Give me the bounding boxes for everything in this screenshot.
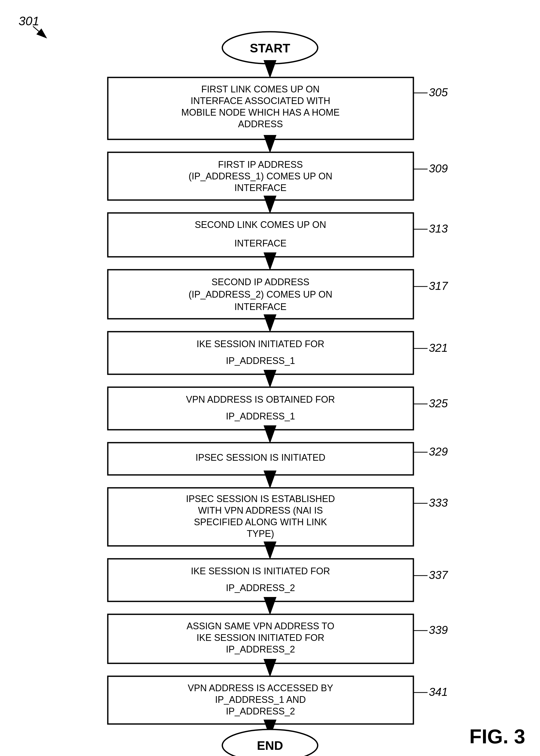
full-diagram: 301 START FIRST LINK COMES UP ON INTERFA… [0, 0, 540, 756]
text-325-1: VPN ADDRESS IS OBTAINED FOR [186, 394, 335, 405]
text-329-1: IPSEC SESSION IS INITIATED [196, 452, 325, 463]
rect-321 [108, 332, 413, 374]
text-341-2: IP_ADDRESS_1 AND [215, 694, 306, 705]
ref-305: 305 [429, 86, 448, 98]
text-341-3: IP_ADDRESS_2 [226, 706, 295, 716]
text-321-1: IKE SESSION INITIATED FOR [197, 339, 324, 349]
ref-317: 317 [429, 280, 448, 292]
label-301: 301 [19, 14, 39, 28]
text-333-2: WITH VPN ADDRESS (NAI IS [198, 505, 323, 516]
text-333-4: TYPE) [247, 528, 274, 539]
text-305-3: MOBILE NODE WHICH HAS A HOME [181, 107, 339, 118]
ref-309: 309 [429, 162, 448, 175]
text-305-2: INTERFACE ASSOCIATED WITH [191, 95, 330, 106]
text-341-1: VPN ADDRESS IS ACCESSED BY [188, 683, 333, 693]
text-313-1: SECOND LINK COMES UP ON [195, 219, 326, 230]
ref-341: 341 [429, 685, 448, 698]
text-309-3: INTERFACE [234, 182, 287, 193]
text-339-3: IP_ADDRESS_2 [226, 644, 295, 655]
ref-333: 333 [429, 496, 448, 509]
ref-313: 313 [429, 222, 448, 235]
text-313-2: INTERFACE [234, 238, 287, 249]
text-339-1: ASSIGN SAME VPN ADDRESS TO [187, 621, 335, 631]
ref-339: 339 [429, 624, 448, 636]
text-317-1: SECOND IP ADDRESS [211, 277, 309, 287]
text-337-1: IKE SESSION IS INITIATED FOR [191, 566, 330, 576]
ref-337: 337 [429, 569, 448, 581]
text-317-2: (IP_ADDRESS_2) COMES UP ON [189, 289, 332, 300]
text-337-2: IP_ADDRESS_2 [226, 583, 295, 593]
text-309-2: (IP_ADDRESS_1) COMES UP ON [189, 171, 332, 181]
svg-line-48 [33, 26, 46, 37]
rect-337 [108, 559, 413, 601]
text-305-4: ADDRESS [238, 119, 283, 129]
rect-325 [108, 387, 413, 430]
text-333-1: IPSEC SESSION IS ESTABLISHED [186, 493, 335, 504]
text-339-2: IKE SESSION INITIATED FOR [197, 632, 324, 643]
fig-3-label: FIG. 3 [469, 725, 525, 748]
text-305-1: FIRST LINK COMES UP ON [202, 84, 320, 94]
start-text: START [250, 41, 290, 55]
ref-329: 329 [429, 445, 448, 458]
end-text: END [257, 739, 283, 752]
text-317-3: INTERFACE [234, 301, 287, 312]
ref-321: 321 [429, 341, 448, 354]
text-325-2: IP_ADDRESS_1 [226, 411, 295, 422]
ref-325: 325 [429, 397, 448, 410]
text-333-3: SPECIFIED ALONG WITH LINK [194, 517, 327, 527]
text-321-2: IP_ADDRESS_1 [226, 355, 295, 366]
text-309-1: FIRST IP ADDRESS [218, 159, 303, 170]
